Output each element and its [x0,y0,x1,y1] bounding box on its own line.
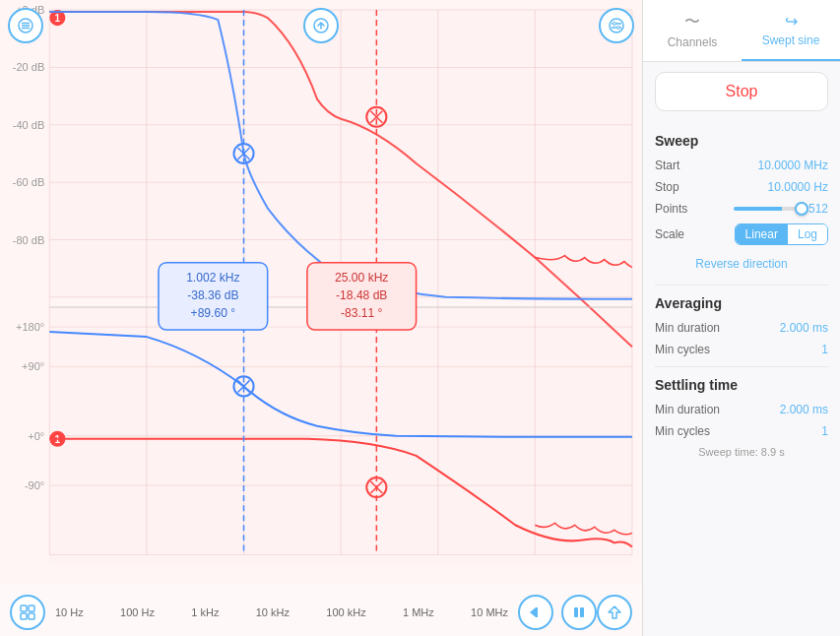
svg-text:+89.60 °: +89.60 ° [191,306,236,320]
divider-2 [655,366,828,367]
points-slider-track[interactable] [734,207,803,211]
avg-duration-row: Min duration 2.000 ms [655,321,828,335]
x-label-1khz: 1 kHz [191,606,219,618]
svg-rect-73 [574,607,578,617]
averaging-title: Averaging [655,295,828,311]
svg-rect-69 [21,613,27,619]
points-slider-thumb[interactable] [795,202,808,216]
svg-text:+180°: +180° [16,321,44,333]
sweep-points-label: Points [655,202,687,216]
share-icon[interactable] [597,595,632,630]
tabs: 〜 Channels ↪ Swept sine [643,0,840,62]
sweep-start-row: Start 10.0000 MHz [655,159,828,172]
svg-text:+0°: +0° [28,430,44,442]
tab-swept-sine-label: Swept sine [762,33,820,47]
svg-marker-71 [530,607,536,617]
sweep-time: Sweep time: 8.9 s [655,446,828,458]
main-container: +0 dB -20 dB -40 dB -60 dB -80 dB +180° … [0,0,840,636]
settings-icon[interactable] [599,8,634,43]
swept-sine-icon: ↪ [785,12,798,31]
settling-title: Settling time [655,377,828,393]
avg-cycles-row: Min cycles 1 [655,343,828,356]
chart-bottom-toolbar: 10 Hz 100 Hz 1 kHz 10 kHz 100 kHz 1 MHz … [0,595,642,630]
settling-duration-value[interactable]: 2.000 ms [780,403,828,416]
panel-content: Sweep Start 10.0000 MHz Stop 10.0000 Hz … [643,121,840,636]
pause-icon[interactable] [561,595,597,630]
tab-channels-label: Channels [668,35,718,49]
sweep-stop-label: Stop [655,180,679,194]
points-slider-container: 512 [734,202,828,216]
sweep-points-row: Points 512 [655,202,828,216]
stop-btn-area: Stop [643,62,840,121]
svg-text:-20 dB: -20 dB [13,61,45,73]
scale-toggle-group: Linear Log [735,223,828,245]
x-label-10mhz: 10 MHz [471,606,508,618]
points-value: 512 [808,202,828,216]
sweep-stop-row: Stop 10.0000 Hz [655,180,828,194]
svg-point-8 [614,23,616,26]
tab-swept-sine[interactable]: ↪ Swept sine [742,0,840,61]
svg-text:-38.36 dB: -38.36 dB [187,288,238,302]
scale-linear-btn[interactable]: Linear [736,224,788,244]
sweep-section: Sweep Start 10.0000 MHz Stop 10.0000 Hz … [655,133,828,275]
chart-toolbar [8,8,634,43]
sweep-start-value[interactable]: 10.0000 MHz [758,159,828,172]
sweep-title: Sweep [655,133,828,149]
grid-icon[interactable] [10,595,45,630]
upload-icon[interactable] [303,8,339,43]
svg-point-5 [610,19,623,32]
settling-cycles-label: Min cycles [655,424,710,438]
svg-rect-68 [29,605,34,611]
svg-rect-67 [21,605,27,611]
svg-rect-70 [29,613,34,619]
settling-section: Settling time Min duration 2.000 ms Min … [655,377,828,438]
avg-cycles-label: Min cycles [655,343,710,356]
sweep-stop-value[interactable]: 10.0000 Hz [768,180,828,194]
x-label-10khz: 10 kHz [256,606,290,618]
tab-channels[interactable]: 〜 Channels [643,0,742,61]
stop-button[interactable]: Stop [655,72,828,111]
chart-svg: +0 dB -20 dB -40 dB -60 dB -80 dB +180° … [0,0,642,585]
divider-1 [655,285,828,286]
sweep-scale-label: Scale [655,227,684,241]
x-label-100hz: 100 Hz [120,606,155,618]
svg-text:-60 dB: -60 dB [13,176,45,188]
svg-text:-18.48 dB: -18.48 dB [336,288,387,302]
svg-text:-83.11 °: -83.11 ° [341,306,383,320]
svg-point-9 [617,27,620,30]
sweep-scale-row: Scale Linear Log [655,223,828,245]
skip-back-icon[interactable] [518,595,553,630]
svg-rect-74 [580,607,584,617]
x-axis-labels: 10 Hz 100 Hz 1 kHz 10 kHz 100 kHz 1 MHz … [45,606,518,618]
svg-text:-40 dB: -40 dB [13,119,45,131]
svg-text:+90°: +90° [22,360,44,372]
svg-text:1.002 kHz: 1.002 kHz [186,271,239,285]
svg-text:-80 dB: -80 dB [13,234,45,246]
settling-cycles-row: Min cycles 1 [655,424,828,438]
averaging-section: Averaging Min duration 2.000 ms Min cycl… [655,295,828,356]
svg-text:-90°: -90° [25,479,44,491]
menu-icon[interactable] [8,8,43,43]
settling-cycles-value[interactable]: 1 [821,424,828,438]
settling-duration-row: Min duration 2.000 ms [655,403,828,416]
x-label-10hz: 10 Hz [55,606,84,618]
sweep-start-label: Start [655,159,679,172]
svg-text:25.00 kHz: 25.00 kHz [335,271,388,285]
channels-icon: 〜 [684,12,700,32]
avg-cycles-value[interactable]: 1 [821,343,828,356]
right-panel: 〜 Channels ↪ Swept sine Stop Sweep Start… [643,0,840,636]
avg-duration-label: Min duration [655,321,720,335]
settling-duration-label: Min duration [655,403,720,416]
x-label-1mhz: 1 MHz [403,606,434,618]
reverse-direction-btn[interactable]: Reverse direction [655,253,828,275]
chart-area: +0 dB -20 dB -40 dB -60 dB -80 dB +180° … [0,0,643,636]
avg-duration-value[interactable]: 2.000 ms [780,321,828,335]
scale-log-btn[interactable]: Log [788,224,827,244]
x-label-100khz: 100 kHz [326,606,365,618]
